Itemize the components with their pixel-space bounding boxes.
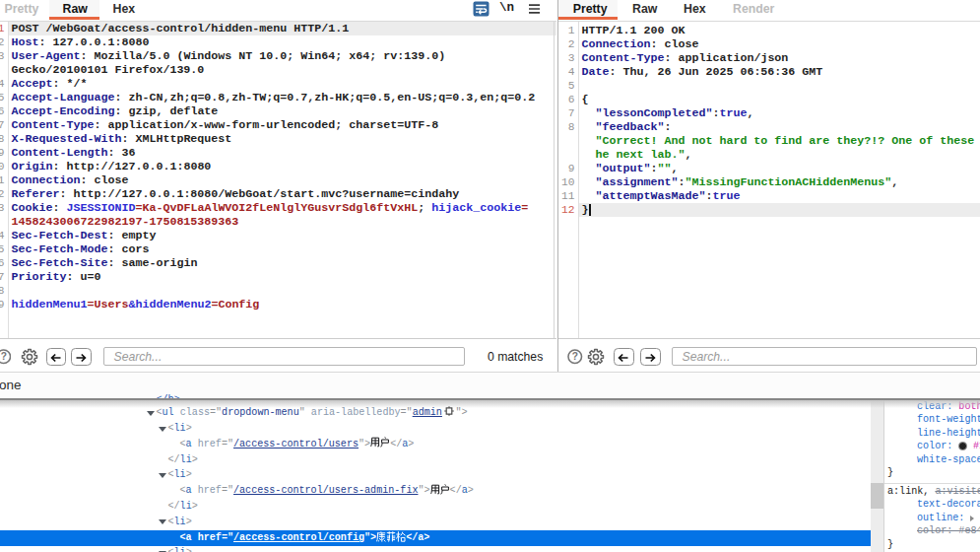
svg-text:?: ? — [0, 351, 6, 362]
svg-text:?: ? — [572, 351, 578, 362]
